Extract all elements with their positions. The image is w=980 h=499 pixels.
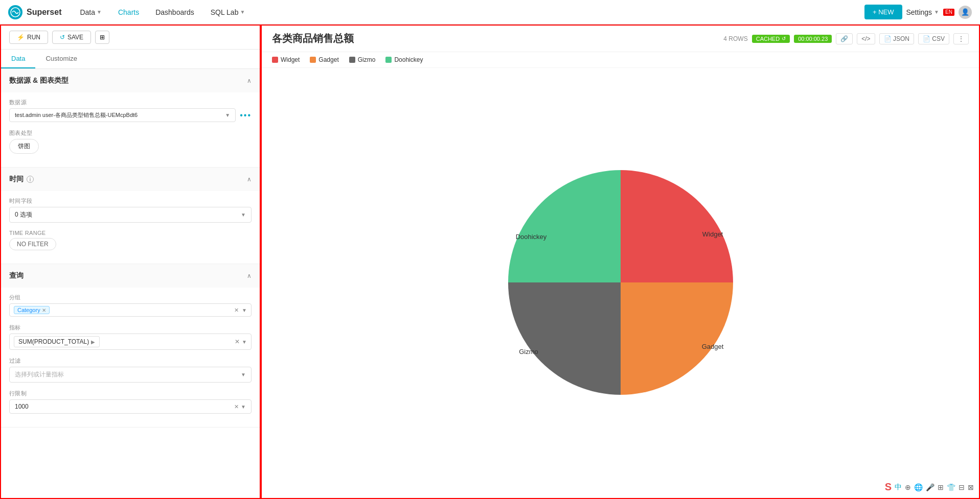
bottom-icon-1[interactable]: 中 <box>895 483 902 492</box>
filter-field-group: 过滤 选择列或计量指标 ▼ <box>9 357 252 383</box>
csv-action-button[interactable]: 📄 CSV <box>918 33 949 44</box>
timefield-group: 时间字段 0 选项 ▼ <box>9 197 252 223</box>
query-section-body: 分组 Category ✕ ✕ ▼ 指标 <box>1 288 260 427</box>
bottom-icon-2[interactable]: ⊕ <box>905 483 911 491</box>
tab-data[interactable]: Data <box>1 50 35 68</box>
timefield-label: 时间字段 <box>9 197 252 205</box>
chart-legend: Widget Gadget Gizmo Doohickey <box>262 52 979 68</box>
pie-slice-doohickey[interactable] <box>508 170 621 282</box>
link-action-button[interactable]: 🔗 <box>836 33 853 44</box>
bottom-icon-6[interactable]: 👕 <box>947 483 955 491</box>
bottom-icon-4[interactable]: 🎤 <box>926 483 935 491</box>
tabs: Data Customize <box>1 50 260 69</box>
datasource-section-header[interactable]: 数据源 & 图表类型 ∧ <box>1 69 260 92</box>
rowlimit-label: 行限制 <box>9 390 252 397</box>
time-section: 时间 i ∧ 时间字段 0 选项 ▼ TIME RANGE <box>1 168 260 264</box>
language-flag[interactable]: EN <box>943 9 954 16</box>
legend-gadget-dot <box>310 57 316 63</box>
query-section-title: 查询 <box>9 271 24 280</box>
rowlimit-chevron[interactable]: ▼ <box>241 404 246 410</box>
bottom-icon-5[interactable]: ⊞ <box>938 483 944 491</box>
metric-field-x[interactable]: ✕ <box>235 338 240 345</box>
timefield-select[interactable]: 0 选项 ▼ <box>9 207 252 223</box>
legend-gizmo-dot <box>349 57 355 63</box>
query-section-chevron: ∧ <box>247 272 252 279</box>
json-action-button[interactable]: 📄 JSON <box>879 33 914 44</box>
metric-field-actions: ✕ ▼ <box>235 338 247 345</box>
new-button[interactable]: + NEW <box>864 5 902 19</box>
superset-s-icon: S <box>885 481 892 493</box>
bottom-icon-8[interactable]: ⊠ <box>968 483 974 491</box>
filter-chevron: ▼ <box>241 372 246 377</box>
settings-nav[interactable]: Settings ▼ <box>906 8 940 16</box>
legend-widget-dot <box>272 57 278 63</box>
settings-chevron: ▼ <box>934 9 939 15</box>
group-field-x[interactable]: ✕ <box>234 307 239 314</box>
bottom-icon-7[interactable]: ⊟ <box>959 483 965 491</box>
nav-charts[interactable]: Charts <box>112 6 145 18</box>
datasource-label: 数据源 <box>9 99 252 106</box>
more-action-button[interactable]: ⋮ <box>953 33 969 44</box>
group-field[interactable]: Category ✕ ✕ ▼ <box>9 303 252 317</box>
legend-doohickey-label: Doohickey <box>394 56 423 63</box>
timefield-chevron: ▼ <box>241 212 246 218</box>
time-section-title: 时间 <box>9 175 24 184</box>
pie-slice-gadget[interactable] <box>621 282 733 395</box>
category-tag-close[interactable]: ✕ <box>42 307 46 313</box>
pie-container: Widget Gadget Gizmo Doohickey <box>493 155 748 412</box>
datasource-options-button[interactable]: ••• <box>240 111 252 120</box>
refresh-icon[interactable]: ↺ <box>782 36 786 41</box>
metric-tag: SUM(PRODUCT_TOTAL) ▶ <box>14 336 100 347</box>
charttype-button[interactable]: 饼图 <box>9 139 39 154</box>
main-layout: ⚡ RUN ↺ SAVE ⊞ Data Customize 数据源 & 图表类型… <box>0 25 980 499</box>
chart-title: 各类商品销售总额 <box>272 32 354 45</box>
legend-widget: Widget <box>272 56 300 63</box>
more-options-button[interactable]: ⊞ <box>95 31 109 44</box>
metric-field-chevron[interactable]: ▼ <box>242 339 247 345</box>
gizmo-label: Gizmo <box>519 348 538 355</box>
charttype-field-group: 图表处型 饼图 <box>9 129 252 154</box>
rowlimit-field-group: 行限制 1000 ✕ ▼ <box>9 390 252 414</box>
timerange-button[interactable]: NO FILTER <box>9 238 56 250</box>
user-avatar[interactable]: 👤 <box>959 6 972 19</box>
nav-sqllab-chevron: ▼ <box>240 9 245 15</box>
chart-area: Widget Gadget Gizmo Doohickey S 中 ⊕ 🌐 🎤 … <box>262 68 979 498</box>
filter-placeholder: 选择列或计量指标 <box>15 370 64 379</box>
query-section-header[interactable]: 查询 ∧ <box>1 264 260 288</box>
legend-gadget: Gadget <box>310 56 338 63</box>
datasource-section-chevron: ∧ <box>247 77 252 84</box>
rowlimit-actions: ✕ ▼ <box>234 403 246 410</box>
bottom-icon-3[interactable]: 🌐 <box>914 483 923 491</box>
datasource-select[interactable]: test.admin user-各商品类型销售总额-UEMcpBdt6 ▼ <box>9 108 236 122</box>
rowlimit-select[interactable]: 1000 ✕ ▼ <box>9 399 252 414</box>
code-action-button[interactable]: </> <box>857 33 875 44</box>
metric-field[interactable]: SUM(PRODUCT_TOTAL) ▶ ✕ ▼ <box>9 334 252 350</box>
time-section-chevron: ∧ <box>247 176 252 183</box>
rows-badge: 4 ROWS <box>723 35 747 42</box>
chart-meta: 4 ROWS CACHED ↺ 00:00:00.23 🔗 </> 📄 JSON… <box>723 33 969 44</box>
nav-data[interactable]: Data ▼ <box>74 6 107 18</box>
legend-gizmo: Gizmo <box>349 56 376 63</box>
time-section-header-inner: 时间 i <box>9 175 34 184</box>
timerange-label: TIME RANGE <box>9 230 252 236</box>
pie-slice-gizmo[interactable] <box>508 282 621 395</box>
brand: Superset <box>8 5 61 19</box>
group-field-chevron[interactable]: ▼ <box>242 307 247 313</box>
legend-doohickey: Doohickey <box>385 56 423 63</box>
gadget-label: Gadget <box>701 343 723 350</box>
run-button[interactable]: ⚡ RUN <box>9 31 48 44</box>
pie-slice-widget[interactable] <box>621 170 733 282</box>
nav-dashboards[interactable]: Dashboards <box>149 6 200 18</box>
run-icon: ⚡ <box>17 34 25 41</box>
bottom-bar: S 中 ⊕ 🌐 🎤 ⊞ 👕 ⊟ ⊠ <box>885 481 974 493</box>
tab-customize[interactable]: Customize <box>35 50 87 68</box>
brand-icon <box>8 5 22 19</box>
cached-badge: CACHED ↺ <box>752 35 790 43</box>
filter-select[interactable]: 选择列或计量指标 ▼ <box>9 367 252 383</box>
save-button[interactable]: ↺ SAVE <box>52 31 91 44</box>
nav-sqllab[interactable]: SQL Lab ▼ <box>204 6 252 18</box>
rowlimit-x[interactable]: ✕ <box>234 403 239 410</box>
time-section-header[interactable]: 时间 i ∧ <box>1 168 260 191</box>
category-tag: Category ✕ <box>14 306 50 314</box>
right-panel: 各类商品销售总额 4 ROWS CACHED ↺ 00:00:00.23 🔗 <… <box>261 25 980 499</box>
